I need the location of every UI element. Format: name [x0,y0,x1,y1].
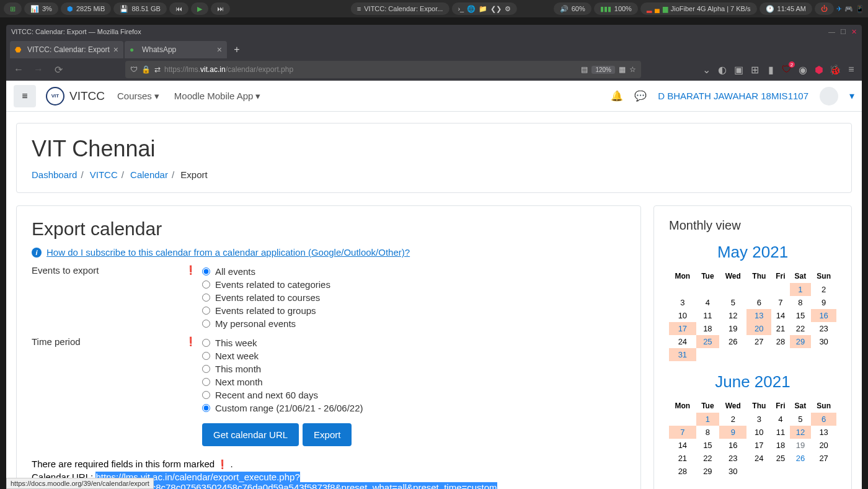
cal-day[interactable]: 4 [771,413,790,426]
export-button[interactable]: Export [303,423,352,446]
minimize-button[interactable]: — [828,28,835,36]
lock-icon[interactable]: 🔒 [141,65,151,74]
cal-day[interactable]: 21 [771,322,790,335]
help-link[interactable]: i How do I subscribe to this calendar fr… [32,247,626,258]
telegram-icon[interactable]: ✈ [836,5,842,13]
nav-mobileapp[interactable]: Moodle Mobile App ▾ [172,87,264,105]
cal-day[interactable]: 30 [811,335,836,348]
cal-day[interactable]: 26 [719,335,746,348]
zoom-badge[interactable]: 120% [591,66,615,74]
clock-widget[interactable]: 🕐 11:45 AM [760,2,812,15]
cal-day[interactable]: 26 [790,452,812,465]
cal-day[interactable]: 11 [696,309,719,322]
cal-day[interactable]: 29 [696,465,719,478]
bookmark-star-icon[interactable]: ☆ [629,65,636,74]
ext5-icon[interactable]: ◉ [797,64,808,75]
ext4-icon[interactable]: ▮ [765,64,776,75]
brand[interactable]: VIT VITCC [46,87,105,105]
reload-button[interactable]: ⟳ [51,62,66,77]
tab-whatsapp[interactable]: ● WhatsApp × [125,41,227,58]
cal-day[interactable]: 9 [719,426,746,439]
cal-day[interactable]: 25 [696,335,719,348]
cal-day[interactable]: 1 [790,283,812,296]
nav-courses[interactable]: Courses ▾ [115,87,162,105]
cal-day[interactable]: 7 [771,296,790,309]
ext1-icon[interactable]: ◐ [717,64,728,75]
cal-day[interactable]: 20 [811,439,836,452]
cal-day[interactable]: 20 [746,322,771,335]
user-menu-caret-icon[interactable]: ▾ [849,90,854,102]
cal-day[interactable]: 9 [811,296,836,309]
cal-day[interactable]: 27 [746,335,771,348]
cal-day[interactable]: 23 [719,452,746,465]
cal-day[interactable]: 28 [771,335,790,348]
cal-day[interactable]: 8 [790,296,812,309]
cal-day[interactable]: 13 [811,426,836,439]
volume-widget[interactable]: 🔊 60% [554,2,591,15]
url-bar[interactable]: 🛡 🔒 ⇄ https://lms.vit.ac.in/calendar/exp… [125,61,641,78]
ext2-icon[interactable]: ▣ [733,64,744,75]
ext7-icon[interactable]: 🐞 [830,64,841,75]
memory-widget[interactable]: ⬢2825 MiB [61,2,111,15]
cal-day[interactable]: 16 [811,309,836,322]
crumb-dashboard[interactable]: Dashboard [32,169,77,180]
menu-icon[interactable]: ≡ [846,64,857,75]
media-play[interactable]: ▶ [191,2,208,15]
cal-day[interactable]: 5 [719,296,746,309]
cal-day[interactable]: 6 [811,413,836,426]
get-url-button[interactable]: Get calendar URL [202,423,299,446]
cal-day[interactable]: 18 [696,322,719,335]
reader-icon[interactable]: ▤ [581,65,588,74]
battery-widget[interactable]: ▮▮▮ 100% [594,2,638,15]
radio-groups[interactable]: Events related to groups [202,304,626,317]
cal-day[interactable]: 24 [669,335,696,348]
tab-vitcc[interactable]: ⬣ VITCC: Calendar: Export × [10,41,123,58]
month-title[interactable]: June 2021 [669,372,836,392]
shield-icon[interactable]: 🛡 [130,65,138,74]
cal-day[interactable]: 27 [811,452,836,465]
cal-day[interactable]: 24 [746,452,771,465]
cal-day[interactable]: 16 [719,439,746,452]
cal-day[interactable]: 8 [696,426,719,439]
messages-icon[interactable]: 💬 [634,90,647,102]
radio-custom[interactable]: Custom range (21/06/21 - 26/06/22) [202,402,626,415]
crumb-calendar[interactable]: Calendar [130,169,168,180]
cal-day[interactable]: 31 [669,348,696,361]
permissions-icon[interactable]: ⇄ [154,65,161,74]
cal-day[interactable]: 1 [696,413,719,426]
cal-day[interactable]: 4 [696,296,719,309]
pocket-icon[interactable]: ⌄ [701,64,712,75]
maximize-button[interactable]: ☐ [840,28,846,36]
cal-day[interactable]: 13 [746,309,771,322]
cal-day[interactable]: 14 [669,439,696,452]
cal-day[interactable]: 23 [811,322,836,335]
user-name[interactable]: D BHARATH JAWAHAR 18MIS1107 [658,91,808,101]
cal-day[interactable]: 3 [669,296,696,309]
tab-close-icon[interactable]: × [217,45,222,55]
back-button[interactable]: ← [11,62,26,77]
radio-next-week[interactable]: Next week [202,349,626,362]
forward-button[interactable]: → [31,62,46,77]
drawer-toggle[interactable]: ≡ [14,85,36,107]
network-widget[interactable]: ▂▄▆ JioFiber 4G Alpha | 7 KB/s [640,2,757,15]
cal-day[interactable]: 2 [719,413,746,426]
cal-day[interactable]: 3 [746,413,771,426]
cal-day[interactable]: 29 [790,335,812,348]
cal-day[interactable]: 7 [669,426,696,439]
tray-group[interactable]: ›_ 🌐 📁 ❮❯ ⚙ [451,2,517,15]
cal-day[interactable]: 30 [719,465,746,478]
media-prev[interactable]: ⏮ [169,2,188,15]
cal-day[interactable]: 19 [719,322,746,335]
cal-day[interactable]: 28 [669,465,696,478]
month-title[interactable]: May 2021 [669,243,836,262]
media-next[interactable]: ⏭ [211,2,230,15]
cpu-widget[interactable]: 📊3% [24,2,58,15]
cal-day[interactable]: 25 [771,452,790,465]
radio-categories[interactable]: Events related to categories [202,278,626,291]
disk-widget[interactable]: 💾88.51 GB [113,2,166,15]
cal-day[interactable]: 5 [790,413,812,426]
ublock-icon[interactable]: 🛡 [781,64,792,75]
ext3-icon[interactable]: ⊞ [749,64,760,75]
radio-recent-60[interactable]: Recent and next 60 days [202,388,626,402]
avatar[interactable] [820,87,838,105]
